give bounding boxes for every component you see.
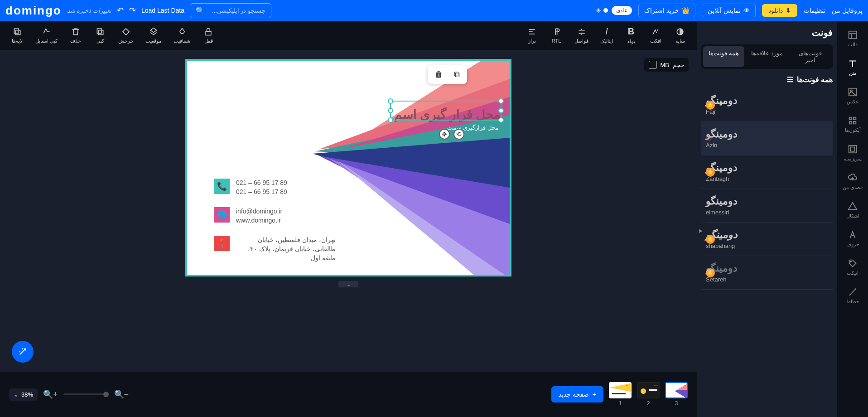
rotate-handle-icon[interactable]: ⟲	[453, 129, 464, 140]
svg-rect-20	[854, 117, 856, 120]
canvas[interactable]: ⧉ 🗑 محل قرار گیری اسم محل قرارگیری سمت ⟲…	[185, 59, 511, 276]
font-item-zanbagh[interactable]: ⭐ دومینگو Zanbagh	[701, 155, 833, 189]
svg-rect-4	[123, 28, 129, 34]
rail-text[interactable]: متن	[837, 55, 868, 80]
copy-button[interactable]: کپی	[90, 25, 110, 46]
size-badge[interactable]: حجم MB	[644, 58, 689, 72]
tab-favorites[interactable]: مورد علاقه‌ها	[746, 46, 787, 67]
font-item-azin[interactable]: ♡ دومینگو Azin	[701, 122, 833, 155]
lock-button[interactable]: قفل	[198, 25, 218, 46]
logo: domingo	[5, 4, 62, 18]
web-text[interactable]: www.domingo.ir	[236, 216, 282, 225]
selection-box[interactable]	[390, 101, 502, 121]
rail-khatat[interactable]: خطاط	[837, 283, 868, 308]
rail-letters[interactable]: حروف	[837, 226, 868, 251]
svg-marker-25	[849, 203, 857, 210]
move-handle-icon[interactable]: ✥	[439, 129, 450, 140]
new-page-button[interactable]: صفحه جدید +	[551, 386, 603, 402]
premium-badge-icon: ⭐	[706, 235, 715, 244]
rotate-button[interactable]: چرخش	[115, 25, 137, 46]
font-tabs: فونت‌های اخیر مورد علاقه‌ها همه فونت‌ها	[701, 44, 833, 69]
chevron-down-icon: ⌄	[14, 391, 19, 398]
effect-button[interactable]: افکت	[646, 25, 665, 46]
layers-button[interactable]: لایه‌ها	[7, 25, 27, 46]
align-button[interactable]: تراز	[522, 25, 542, 46]
page-thumb-1[interactable]: ⋯ 1	[609, 382, 632, 407]
resize-handle[interactable]	[388, 98, 393, 104]
rail-template[interactable]: قالب	[837, 26, 868, 51]
heart-icon[interactable]: ♡	[706, 134, 712, 143]
resize-handle[interactable]	[498, 108, 504, 113]
svg-rect-1	[16, 30, 20, 34]
download-button[interactable]: ⬇ دانلود	[762, 4, 797, 17]
duplicate-icon[interactable]: ⧉	[454, 70, 460, 79]
panel-title: فونت	[701, 27, 833, 38]
plus-icon: +	[593, 391, 596, 398]
opacity-button[interactable]: شفافیت	[170, 25, 194, 46]
canvas-area: حجم MB ⧉ 🗑 محل قرار گیری اسم	[0, 50, 697, 372]
svg-rect-3	[97, 29, 101, 33]
rail-shapes[interactable]: اشکال	[837, 198, 868, 223]
rail-myspace[interactable]: فضای من	[837, 169, 868, 194]
zoom-out-icon[interactable]: 🔍−	[114, 389, 129, 399]
tab-recent[interactable]: فونت‌های اخیر	[790, 46, 831, 67]
svg-rect-21	[849, 121, 852, 124]
resize-handle[interactable]	[388, 108, 393, 113]
crown-icon: 👑	[682, 7, 690, 14]
rtl-button[interactable]: RTL	[546, 25, 566, 45]
redo-icon[interactable]: ↷	[129, 5, 136, 15]
page-thumb-3[interactable]: ⋯ 3	[665, 382, 688, 407]
premium-badge-icon: ⭐	[706, 101, 715, 110]
shadow-button[interactable]: سایه	[670, 25, 690, 46]
profile-link[interactable]: پروفایل من	[832, 7, 863, 14]
svg-rect-23	[849, 145, 857, 153]
load-last-button[interactable]: Load Last Data	[141, 7, 184, 14]
address-text[interactable]: تهران، میدان فلسطین، خیابان طالقانی، خیا…	[236, 236, 336, 262]
rail-icons[interactable]: آیکون‌ها	[837, 112, 868, 137]
zoom-in-icon[interactable]: 🔍+	[43, 389, 58, 399]
search-input[interactable]: 🔍	[190, 3, 271, 18]
search-icon: 🔍	[196, 6, 205, 15]
undo-icon[interactable]: ↶	[117, 5, 124, 15]
delete-button[interactable]: حذف	[66, 25, 86, 46]
right-rail: قالب متن عکس آیکون‌ها پس‌زمینه فضای من ا…	[837, 21, 868, 417]
page-thumb-2[interactable]: ⋯ 2	[637, 382, 660, 407]
phone-2[interactable]: 021 – 66 95 17 89	[236, 188, 287, 197]
email-text[interactable]: info@domingo.ir	[236, 207, 282, 216]
position-button[interactable]: موقعیت	[142, 25, 165, 46]
copy-style-button[interactable]: کپی استایل	[32, 25, 61, 46]
preview-button[interactable]: 👁 نمایش آنلاین	[702, 4, 756, 17]
font-item-elmessiri[interactable]: دومینگو elmessiri	[701, 189, 833, 223]
magic-wand-button[interactable]	[12, 341, 34, 363]
resize-handle[interactable]	[498, 117, 504, 123]
resize-handle[interactable]	[498, 98, 504, 104]
font-item-fajr[interactable]: ⭐ دومینگو Fajr	[701, 88, 833, 122]
phone-1[interactable]: 021 – 66 95 17 89	[236, 179, 287, 188]
svg-rect-14	[849, 31, 857, 39]
selection-toolbar: ⧉ 🗑	[428, 65, 467, 84]
italic-button[interactable]: Iایتالیک	[597, 24, 617, 46]
pin-icon: 📍	[214, 236, 230, 251]
svg-point-26	[850, 261, 851, 262]
rail-etiket[interactable]: اتیکت	[837, 255, 868, 280]
zoom-slider[interactable]	[63, 393, 109, 395]
zoom-percent[interactable]: ⌄ 38%	[9, 388, 38, 401]
font-item-shabahang[interactable]: ⭐ دومینگو shabahang	[701, 223, 833, 256]
font-item-setareh[interactable]: ⭐ دومینگو Setareh	[701, 256, 833, 290]
globe-icon: 🌐	[214, 207, 230, 223]
search-field[interactable]	[208, 7, 265, 14]
resize-handle[interactable]	[388, 117, 393, 123]
subscribe-button[interactable]: 👑 خرید اشتراک	[638, 4, 695, 17]
bold-button[interactable]: Bبولد	[621, 24, 641, 46]
trash-icon[interactable]: 🗑	[435, 70, 443, 79]
settings-link[interactable]: تنظیمات	[804, 7, 825, 14]
slider-thumb[interactable]	[103, 392, 109, 397]
mode-toggle[interactable]: عادی ☀	[596, 6, 632, 15]
rail-image[interactable]: عکس	[837, 83, 868, 108]
rail-background[interactable]: پس‌زمینه	[837, 141, 868, 165]
spacing-button[interactable]: فواصل	[571, 25, 592, 46]
font-panel: فونت فونت‌های اخیر مورد علاقه‌ها همه فون…	[697, 21, 837, 417]
canvas-expand-icon[interactable]: ⌄	[338, 281, 358, 287]
eye-icon: 👁	[743, 7, 750, 14]
tab-all-fonts[interactable]: همه فونت‌ها	[703, 46, 744, 67]
